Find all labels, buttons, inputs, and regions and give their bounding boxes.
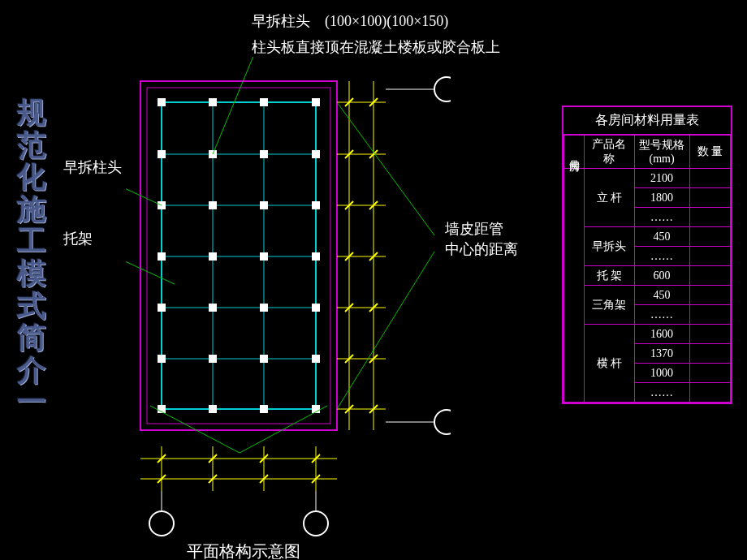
material-usage-table: 各房间材料用量表 房间号 产品名称 型号规格(mm) 数 量 立 杆 2100 … [562, 106, 732, 404]
table-row: 立 杆 2100 [564, 169, 731, 188]
table-row: 早拆头450 [564, 227, 731, 247]
th-qty: 数 量 [689, 136, 730, 169]
svg-point-81 [434, 410, 451, 434]
svg-rect-34 [158, 355, 166, 363]
svg-rect-14 [158, 98, 166, 106]
svg-rect-33 [312, 304, 320, 312]
table-row: 托 架600 [564, 266, 731, 286]
th-spec: 型号规格(mm) [634, 136, 689, 169]
label-bracket: 托架 [63, 229, 93, 248]
svg-rect-24 [260, 201, 268, 209]
svg-rect-15 [209, 98, 217, 106]
table-title: 各房间材料用量表 [563, 107, 731, 135]
svg-rect-31 [209, 304, 217, 312]
label-column-head-note: 柱头板直接顶在混凝土楼板或胶合板上 [252, 37, 500, 57]
svg-rect-2 [162, 102, 316, 409]
svg-rect-30 [158, 304, 166, 312]
svg-rect-27 [209, 252, 217, 261]
th-name: 产品名称 [585, 136, 634, 169]
svg-rect-23 [209, 201, 217, 209]
table-header-row: 房间号 产品名称 型号规格(mm) 数 量 [564, 136, 731, 169]
svg-rect-16 [260, 98, 268, 106]
svg-rect-18 [158, 150, 166, 158]
svg-rect-21 [312, 150, 320, 158]
svg-rect-40 [260, 405, 268, 413]
svg-line-91 [337, 252, 434, 409]
svg-line-90 [337, 102, 434, 235]
label-early-column-head: 早拆柱头 (100×100)(100×150) [252, 11, 448, 31]
svg-rect-1 [147, 88, 330, 424]
svg-point-83 [149, 511, 174, 536]
vertical-title: 规范化施工模式简介一 [15, 97, 49, 419]
svg-rect-28 [260, 252, 268, 261]
svg-rect-17 [312, 98, 320, 106]
svg-rect-32 [260, 304, 268, 312]
svg-rect-39 [209, 405, 217, 413]
svg-point-85 [304, 511, 328, 536]
plan-diagram [126, 57, 451, 544]
svg-rect-0 [140, 81, 337, 430]
table-row: 三角架450 [564, 286, 731, 305]
svg-rect-29 [312, 252, 320, 261]
svg-rect-35 [209, 355, 217, 363]
svg-point-79 [434, 77, 451, 101]
svg-line-87 [213, 57, 260, 154]
svg-rect-25 [312, 201, 320, 209]
svg-rect-37 [312, 355, 320, 363]
label-early-column-head-left: 早拆柱头 [63, 157, 122, 177]
svg-rect-20 [260, 150, 268, 158]
th-room: 房间号 [564, 136, 585, 169]
table-row: 横 杆1600 [564, 325, 731, 344]
svg-line-89 [126, 239, 175, 284]
svg-line-88 [126, 166, 162, 205]
svg-rect-36 [260, 355, 268, 363]
svg-rect-26 [158, 252, 166, 261]
label-wall-distance: 墙皮距管 中心的距离 [445, 219, 518, 260]
